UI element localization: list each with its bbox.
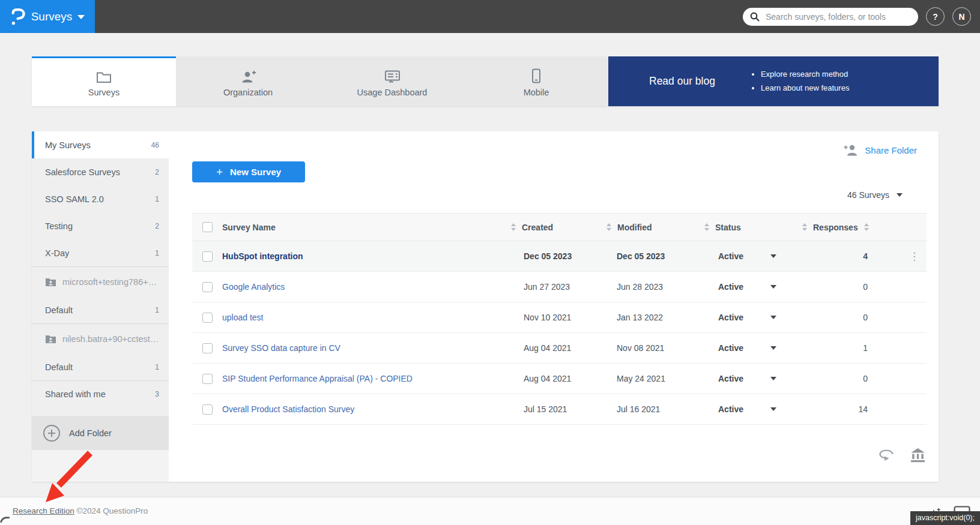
loop-community-icon[interactable] xyxy=(878,449,896,462)
global-search[interactable] xyxy=(743,8,918,26)
sort-icon[interactable] xyxy=(511,223,516,231)
modified-date: May 24 2021 xyxy=(579,374,677,383)
tab-usage-dashboard[interactable]: Usage Dashboard xyxy=(320,56,464,106)
app-switcher-button[interactable]: Surveys xyxy=(0,0,95,33)
responses-count: 4 xyxy=(797,251,903,261)
sidebar-item-shared-with-me[interactable]: Shared with me3 xyxy=(32,380,169,407)
sidebar-item-default[interactable]: Default1 xyxy=(32,353,169,380)
tab-label: Surveys xyxy=(88,88,119,97)
responses-count: 0 xyxy=(797,313,903,322)
created-date: Jun 27 2023 xyxy=(486,282,579,292)
sidebar-item-my-surveys[interactable]: My Surveys46 xyxy=(32,131,169,158)
tab-surveys[interactable]: Surveys xyxy=(32,56,176,106)
share-folder-button[interactable]: Share Folder xyxy=(843,144,917,156)
research-edition-link[interactable]: Research Edition xyxy=(13,506,74,515)
row-checkbox[interactable] xyxy=(202,374,213,384)
sort-icon[interactable] xyxy=(802,223,807,231)
select-all-checkbox[interactable] xyxy=(202,222,213,232)
status-dropdown-caret[interactable] xyxy=(770,285,776,289)
surveys-card: My Surveys46Salesforce Surveys2SSO SAML … xyxy=(32,131,939,482)
tab-mobile[interactable]: Mobile xyxy=(464,56,608,106)
row-checkbox[interactable] xyxy=(202,282,213,292)
responses-count: 1 xyxy=(797,343,903,353)
status-label: Active xyxy=(677,251,749,261)
sort-icon[interactable] xyxy=(864,223,869,231)
add-folder-button[interactable]: Add Folder xyxy=(32,416,169,450)
share-person-add-icon xyxy=(843,144,859,156)
topbar-right: ? N xyxy=(743,7,980,26)
status-dropdown-caret[interactable] xyxy=(770,407,776,411)
survey-name-link[interactable]: Google Analytics xyxy=(222,282,285,292)
responses-count: 0 xyxy=(797,282,903,292)
sidebar-item-x-day[interactable]: X-Day1 xyxy=(32,239,169,266)
survey-count-label: 46 Surveys xyxy=(847,190,889,200)
created-date: Aug 04 2021 xyxy=(486,374,579,383)
sidebar-item-label: My Surveys xyxy=(45,140,91,150)
modified-date: Jan 13 2022 xyxy=(579,313,677,322)
link-status-bar: javascript:void(0); xyxy=(910,511,980,525)
status-dropdown-caret[interactable] xyxy=(770,346,776,350)
surveys-table: Survey Name Created Modified Status xyxy=(192,213,927,425)
new-survey-button[interactable]: + New Survey xyxy=(192,161,305,182)
sort-icon[interactable] xyxy=(606,223,611,231)
sort-icon[interactable] xyxy=(704,223,709,231)
table-tools xyxy=(878,448,925,463)
plus-icon: + xyxy=(216,166,223,179)
folder-count-badge: 1 xyxy=(155,249,159,257)
tab-label: Organization xyxy=(223,88,273,97)
survey-count-dropdown[interactable]: 46 Surveys xyxy=(847,190,903,200)
polling-booth-bank-icon[interactable] xyxy=(910,448,925,463)
status-dropdown-caret[interactable] xyxy=(770,316,776,319)
folder-count-badge: 1 xyxy=(155,363,159,371)
status-dropdown-caret[interactable] xyxy=(770,377,776,380)
survey-name-link[interactable]: Survey SSO data capture in CV xyxy=(222,343,340,353)
modified-date: Jun 28 2023 xyxy=(579,282,677,292)
sidebar-group-microsoft-testing786-: microsoft+testing786+… xyxy=(32,266,169,296)
help-button[interactable]: ? xyxy=(926,7,945,26)
row-checkbox[interactable] xyxy=(202,343,213,353)
status-dropdown-caret[interactable] xyxy=(770,254,776,258)
chat-widget-partial-icon[interactable] xyxy=(0,514,10,525)
sidebar-item-sso-saml-2-0[interactable]: SSO SAML 2.01 xyxy=(32,185,169,212)
survey-name-link[interactable]: SIP Student Performance Appraisal (PA) -… xyxy=(222,374,413,383)
shared-folder-icon xyxy=(45,277,56,286)
shared-folder-icon xyxy=(45,334,56,343)
sidebar-item-default[interactable]: Default1 xyxy=(32,296,169,323)
copyright-text: ©2024 QuestionPro xyxy=(77,506,148,515)
avatar[interactable]: N xyxy=(952,7,971,26)
survey-name-link[interactable]: Overall Product Satisfaction Survey xyxy=(222,404,354,414)
row-checkbox[interactable] xyxy=(202,404,213,415)
col-modified: Modified xyxy=(579,223,677,232)
row-checkbox[interactable] xyxy=(202,251,213,262)
questionpro-dashboard: Surveys ? N SurveysOrganizationUsage Das… xyxy=(0,0,980,525)
promo-bullet: Explore research method xyxy=(761,68,849,82)
circle-plus-icon xyxy=(43,424,61,442)
sidebar-item-label: X-Day xyxy=(45,248,69,258)
sidebar-item-salesforce-surveys[interactable]: Salesforce Surveys2 xyxy=(32,158,169,185)
table-header-row: Survey Name Created Modified Status xyxy=(192,213,927,241)
new-survey-label: New Survey xyxy=(230,167,281,177)
sidebar-filler xyxy=(32,450,169,482)
folder-count-badge: 46 xyxy=(151,141,159,149)
sidebar-item-testing[interactable]: Testing2 xyxy=(32,212,169,239)
read-our-blog-banner[interactable]: Read our blog Explore research method Le… xyxy=(608,56,939,106)
modified-date: Nov 08 2021 xyxy=(579,343,677,353)
col-status: Status xyxy=(677,223,749,232)
tab-bar: SurveysOrganizationUsage DashboardMobile xyxy=(32,56,608,106)
dashboard-icon xyxy=(384,68,401,83)
survey-name-link[interactable]: HubSpot integration xyxy=(222,251,303,261)
row-menu-kebab[interactable]: ⋮ xyxy=(909,250,920,263)
app-switcher-label: Surveys xyxy=(31,10,73,23)
folder-count-badge: 1 xyxy=(155,195,159,203)
survey-name-link[interactable]: upload test xyxy=(222,313,264,322)
sidebar-group-nilesh-batra-90-cctest-: nilesh.batra+90+cctest… xyxy=(32,323,169,353)
tab-organization[interactable]: Organization xyxy=(176,56,320,106)
mobile-icon xyxy=(531,68,541,83)
table-row: Survey SSO data capture in CVAug 04 2021… xyxy=(192,333,927,364)
search-input[interactable] xyxy=(764,11,911,22)
row-checkbox[interactable] xyxy=(202,313,213,323)
folders-sidebar: My Surveys46Salesforce Surveys2SSO SAML … xyxy=(32,131,169,482)
modified-date: Dec 05 2023 xyxy=(579,251,677,261)
promo-title: Read our blog xyxy=(649,75,715,88)
main-nav: SurveysOrganizationUsage DashboardMobile… xyxy=(32,56,939,106)
